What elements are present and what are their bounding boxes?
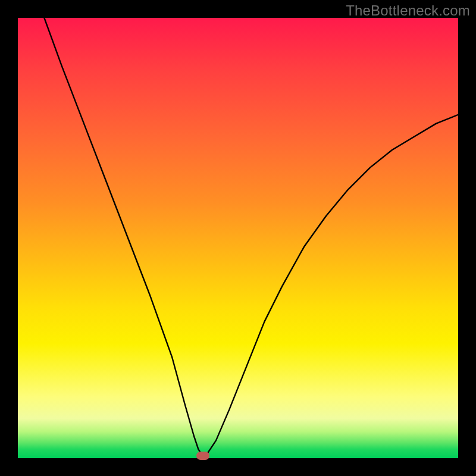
- watermark-text: TheBottleneck.com: [346, 2, 470, 19]
- chart-frame: TheBottleneck.com: [0, 0, 476, 476]
- bottleneck-curve: [18, 18, 458, 458]
- plot-area: [18, 18, 458, 458]
- optimum-marker: [196, 452, 209, 460]
